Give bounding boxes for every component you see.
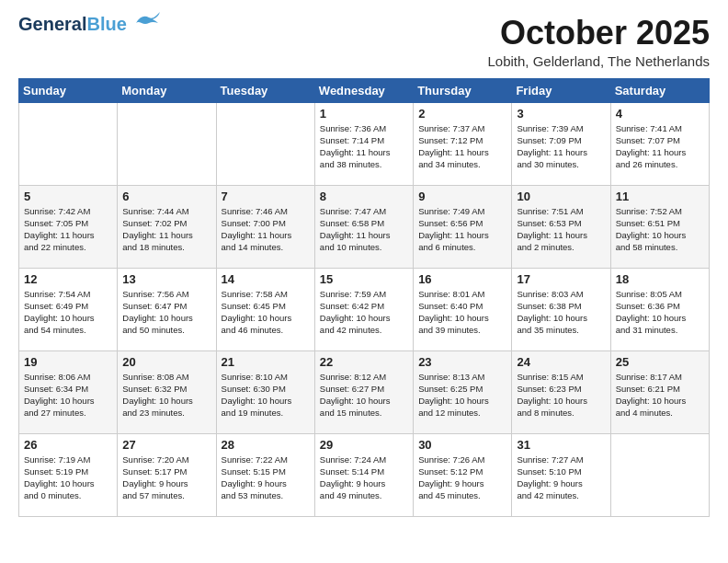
calendar-cell	[610, 433, 709, 516]
calendar-cell: 14Sunrise: 7:58 AM Sunset: 6:45 PM Dayli…	[216, 268, 314, 350]
calendar-header-row: SundayMondayTuesdayWednesdayThursdayFrid…	[19, 78, 710, 102]
day-number: 14	[222, 272, 310, 286]
day-content: Sunrise: 7:19 AM Sunset: 5:19 PM Dayligh…	[24, 454, 112, 502]
day-number: 17	[517, 272, 605, 286]
day-content: Sunrise: 8:03 AM Sunset: 6:38 PM Dayligh…	[517, 288, 605, 337]
day-content: Sunrise: 8:17 AM Sunset: 6:21 PM Dayligh…	[616, 371, 704, 419]
day-number: 4	[616, 107, 704, 121]
day-number: 16	[418, 272, 506, 286]
day-content: Sunrise: 7:26 AM Sunset: 5:12 PM Dayligh…	[418, 454, 506, 502]
calendar-cell: 4Sunrise: 7:41 AM Sunset: 7:07 PM Daylig…	[610, 102, 709, 185]
calendar-cell: 29Sunrise: 7:24 AM Sunset: 5:14 PM Dayli…	[314, 433, 413, 516]
day-content: Sunrise: 7:27 AM Sunset: 5:10 PM Dayligh…	[517, 454, 605, 502]
day-header-tuesday: Tuesday	[216, 78, 314, 102]
day-content: Sunrise: 7:54 AM Sunset: 6:49 PM Dayligh…	[24, 288, 112, 337]
day-content: Sunrise: 8:08 AM Sunset: 6:32 PM Dayligh…	[122, 371, 210, 419]
day-content: Sunrise: 7:59 AM Sunset: 6:42 PM Dayligh…	[320, 288, 408, 337]
day-content: Sunrise: 7:44 AM Sunset: 7:02 PM Dayligh…	[122, 205, 210, 254]
day-number: 5	[24, 190, 112, 203]
calendar-cell: 5Sunrise: 7:42 AM Sunset: 7:05 PM Daylig…	[19, 185, 118, 268]
day-number: 26	[24, 438, 112, 452]
header: GeneralBlue October 2025 Lobith, Gelderl…	[18, 15, 710, 69]
calendar-cell: 10Sunrise: 7:51 AM Sunset: 6:53 PM Dayli…	[512, 185, 610, 268]
day-content: Sunrise: 8:10 AM Sunset: 6:30 PM Dayligh…	[222, 371, 310, 419]
day-content: Sunrise: 8:06 AM Sunset: 6:34 PM Dayligh…	[24, 371, 112, 419]
day-number: 1	[320, 107, 408, 121]
day-number: 31	[517, 438, 605, 452]
calendar-week-4: 19Sunrise: 8:06 AM Sunset: 6:34 PM Dayli…	[19, 350, 710, 433]
day-content: Sunrise: 8:01 AM Sunset: 6:40 PM Dayligh…	[418, 288, 506, 337]
day-header-friday: Friday	[512, 78, 610, 102]
calendar-week-3: 12Sunrise: 7:54 AM Sunset: 6:49 PM Dayli…	[19, 268, 710, 350]
day-content: Sunrise: 7:42 AM Sunset: 7:05 PM Dayligh…	[24, 205, 112, 254]
day-header-sunday: Sunday	[19, 78, 118, 102]
calendar-cell: 21Sunrise: 8:10 AM Sunset: 6:30 PM Dayli…	[216, 350, 314, 433]
calendar-cell: 6Sunrise: 7:44 AM Sunset: 7:02 PM Daylig…	[118, 185, 216, 268]
calendar-week-2: 5Sunrise: 7:42 AM Sunset: 7:05 PM Daylig…	[19, 185, 710, 268]
page: GeneralBlue October 2025 Lobith, Gelderl…	[0, 0, 728, 532]
logo: GeneralBlue	[18, 15, 162, 33]
day-number: 25	[616, 355, 704, 369]
calendar-cell: 18Sunrise: 8:05 AM Sunset: 6:36 PM Dayli…	[610, 268, 709, 350]
calendar-cell: 2Sunrise: 7:37 AM Sunset: 7:12 PM Daylig…	[414, 102, 512, 185]
calendar-cell: 9Sunrise: 7:49 AM Sunset: 6:56 PM Daylig…	[414, 185, 512, 268]
day-number: 24	[517, 355, 605, 369]
calendar-cell	[216, 102, 314, 185]
day-content: Sunrise: 7:52 AM Sunset: 6:51 PM Dayligh…	[616, 205, 704, 254]
day-number: 3	[517, 107, 605, 121]
day-content: Sunrise: 7:22 AM Sunset: 5:15 PM Dayligh…	[222, 454, 310, 502]
day-content: Sunrise: 7:47 AM Sunset: 6:58 PM Dayligh…	[320, 205, 408, 254]
day-content: Sunrise: 8:05 AM Sunset: 6:36 PM Dayligh…	[616, 288, 704, 337]
logo-blue: Blue	[86, 14, 126, 34]
day-number: 18	[616, 272, 704, 286]
calendar-cell: 8Sunrise: 7:47 AM Sunset: 6:58 PM Daylig…	[314, 185, 413, 268]
calendar-week-1: 1Sunrise: 7:36 AM Sunset: 7:14 PM Daylig…	[19, 102, 710, 185]
calendar: SundayMondayTuesdayWednesdayThursdayFrid…	[18, 78, 710, 517]
day-number: 15	[320, 272, 408, 286]
calendar-cell: 15Sunrise: 7:59 AM Sunset: 6:42 PM Dayli…	[314, 268, 413, 350]
day-number: 13	[122, 272, 210, 286]
calendar-cell: 24Sunrise: 8:15 AM Sunset: 6:23 PM Dayli…	[512, 350, 610, 433]
logo-bird-icon	[129, 10, 162, 30]
location: Lobith, Gelderland, The Netherlands	[487, 53, 710, 69]
day-number: 9	[418, 190, 506, 203]
day-number: 11	[616, 190, 704, 203]
day-number: 28	[222, 438, 310, 452]
day-content: Sunrise: 7:24 AM Sunset: 5:14 PM Dayligh…	[320, 454, 408, 502]
day-content: Sunrise: 8:15 AM Sunset: 6:23 PM Dayligh…	[517, 371, 605, 419]
day-number: 30	[418, 438, 506, 452]
calendar-cell: 1Sunrise: 7:36 AM Sunset: 7:14 PM Daylig…	[314, 102, 413, 185]
calendar-week-5: 26Sunrise: 7:19 AM Sunset: 5:19 PM Dayli…	[19, 433, 710, 516]
calendar-cell: 22Sunrise: 8:12 AM Sunset: 6:27 PM Dayli…	[314, 350, 413, 433]
day-number: 27	[122, 438, 210, 452]
day-number: 22	[320, 355, 408, 369]
month-title: October 2025	[487, 15, 710, 52]
calendar-cell: 12Sunrise: 7:54 AM Sunset: 6:49 PM Dayli…	[19, 268, 118, 350]
day-content: Sunrise: 7:56 AM Sunset: 6:47 PM Dayligh…	[122, 288, 210, 337]
calendar-cell: 28Sunrise: 7:22 AM Sunset: 5:15 PM Dayli…	[216, 433, 314, 516]
calendar-cell: 17Sunrise: 8:03 AM Sunset: 6:38 PM Dayli…	[512, 268, 610, 350]
calendar-cell: 13Sunrise: 7:56 AM Sunset: 6:47 PM Dayli…	[118, 268, 216, 350]
calendar-cell: 23Sunrise: 8:13 AM Sunset: 6:25 PM Dayli…	[414, 350, 512, 433]
day-number: 12	[24, 272, 112, 286]
day-header-thursday: Thursday	[414, 78, 512, 102]
day-number: 23	[418, 355, 506, 369]
day-number: 29	[320, 438, 408, 452]
day-number: 20	[122, 355, 210, 369]
day-header-monday: Monday	[118, 78, 216, 102]
calendar-cell: 16Sunrise: 8:01 AM Sunset: 6:40 PM Dayli…	[414, 268, 512, 350]
day-header-wednesday: Wednesday	[314, 78, 413, 102]
calendar-cell: 26Sunrise: 7:19 AM Sunset: 5:19 PM Dayli…	[19, 433, 118, 516]
calendar-cell: 19Sunrise: 8:06 AM Sunset: 6:34 PM Dayli…	[19, 350, 118, 433]
day-content: Sunrise: 7:20 AM Sunset: 5:17 PM Dayligh…	[122, 454, 210, 502]
logo-general: General	[18, 14, 86, 34]
day-number: 7	[222, 190, 310, 203]
day-content: Sunrise: 7:58 AM Sunset: 6:45 PM Dayligh…	[222, 288, 310, 337]
calendar-cell: 7Sunrise: 7:46 AM Sunset: 7:00 PM Daylig…	[216, 185, 314, 268]
calendar-cell	[19, 102, 118, 185]
day-content: Sunrise: 8:13 AM Sunset: 6:25 PM Dayligh…	[418, 371, 506, 419]
day-number: 2	[418, 107, 506, 121]
calendar-cell: 3Sunrise: 7:39 AM Sunset: 7:09 PM Daylig…	[512, 102, 610, 185]
day-content: Sunrise: 7:46 AM Sunset: 7:00 PM Dayligh…	[222, 205, 310, 254]
day-content: Sunrise: 7:36 AM Sunset: 7:14 PM Dayligh…	[320, 122, 408, 171]
